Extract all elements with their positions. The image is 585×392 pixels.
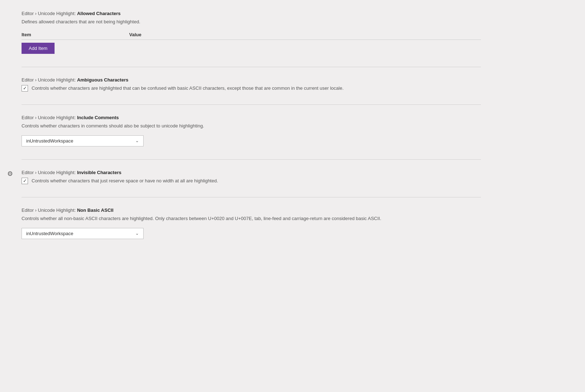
divider-1 (22, 67, 481, 67)
checkmark-ambiguous: ✓ (23, 86, 27, 90)
checkbox-row-ambiguous: ✓ Controls whether characters are highli… (22, 85, 481, 92)
table-col-item: Item (22, 32, 129, 37)
divider-4 (22, 197, 481, 197)
section-allowed-characters: Editor › Unicode Highlight: Allowed Char… (22, 11, 481, 54)
section-title-ambiguous: Editor › Unicode Highlight: Ambiguous Ch… (22, 77, 481, 83)
checkbox-row-invisible: ✓ Controls whether characters that just … (22, 177, 481, 185)
gear-icon: ⚙ (7, 170, 13, 178)
section-include-comments: Editor › Unicode Highlight: Include Comm… (22, 115, 481, 146)
table-header: Item Value (22, 30, 481, 40)
checkbox-label-invisible: Controls whether characters that just re… (32, 177, 218, 185)
section-description-include-comments: Controls whether characters in comments … (22, 122, 398, 130)
section-description-allowed-characters: Defines allowed characters that are not … (22, 18, 398, 25)
checkmark-invisible: ✓ (23, 178, 27, 183)
section-invisible-characters: ⚙ Editor › Unicode Highlight: Invisible … (22, 170, 481, 185)
section-non-basic-ascii: Editor › Unicode Highlight: Non Basic AS… (22, 207, 481, 239)
checkbox-ambiguous[interactable]: ✓ (22, 85, 28, 92)
dropdown-include-comments-value: inUntrustedWorkspace (26, 138, 73, 144)
add-item-button[interactable]: Add Item (22, 43, 55, 54)
section-title-allowed-characters: Editor › Unicode Highlight: Allowed Char… (22, 11, 481, 16)
section-ambiguous-characters: Editor › Unicode Highlight: Ambiguous Ch… (22, 77, 481, 92)
dropdown-non-basic-ascii-value: inUntrustedWorkspace (26, 231, 73, 236)
dropdown-include-comments[interactable]: inUntrustedWorkspace ⌄ (22, 135, 144, 146)
section-title-include-comments: Editor › Unicode Highlight: Include Comm… (22, 115, 481, 120)
chevron-down-icon: ⌄ (135, 138, 139, 143)
table-col-value: Value (129, 32, 141, 37)
divider-3 (22, 159, 481, 160)
checkbox-invisible[interactable]: ✓ (22, 178, 28, 184)
settings-container: Editor › Unicode Highlight: Allowed Char… (0, 0, 502, 263)
section-title-non-basic-ascii: Editor › Unicode Highlight: Non Basic AS… (22, 207, 481, 213)
section-description-non-basic-ascii: Controls whether all non-basic ASCII cha… (22, 215, 398, 222)
chevron-down-icon-2: ⌄ (135, 231, 139, 236)
dropdown-non-basic-ascii[interactable]: inUntrustedWorkspace ⌄ (22, 228, 144, 239)
section-title-invisible: Editor › Unicode Highlight: Invisible Ch… (22, 170, 481, 175)
checkbox-label-ambiguous: Controls whether characters are highligh… (32, 85, 343, 92)
divider-2 (22, 104, 481, 105)
